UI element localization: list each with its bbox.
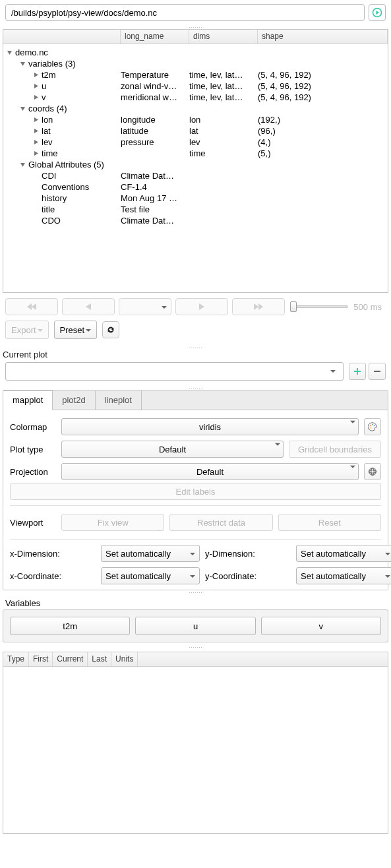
column-header-dims[interactable]: dims [189, 30, 258, 44]
restrict-data-button[interactable]: Restrict data [169, 514, 272, 531]
column-header[interactable]: Last [88, 652, 111, 666]
tree-row[interactable]: CDO Climate Dat… [3, 215, 388, 226]
variables-label: Variables [3, 597, 388, 609]
column-header-name[interactable] [3, 30, 121, 44]
plot-type-label: Plot type [10, 445, 56, 454]
y-coordinate-label: y-Coordinate: [205, 571, 291, 581]
plus-icon [353, 367, 362, 376]
tab-plot2d[interactable]: plot2d [53, 390, 95, 410]
file-path-input[interactable] [5, 4, 365, 21]
interval-label: 500 ms [348, 302, 382, 312]
palette-icon [368, 422, 377, 431]
step-forward-button[interactable] [175, 298, 228, 315]
play-file-button[interactable] [369, 4, 386, 21]
next-icon [198, 303, 206, 311]
current-plot-select[interactable] [5, 362, 344, 381]
variable-button-v[interactable]: v [261, 617, 381, 635]
plot-type-value: Default [159, 445, 186, 454]
column-header[interactable]: Current [53, 652, 88, 666]
x-dimension-label: x-Dimension: [10, 549, 96, 559]
tree-row[interactable]: CDI Climate Dat… [3, 170, 388, 181]
remove-plot-button[interactable] [369, 363, 386, 380]
projection-globe-button[interactable] [364, 463, 381, 480]
tree-row[interactable]: u zonal wind-v… time, lev, lat… (5, 4, 9… [3, 80, 388, 92]
svg-point-2 [371, 425, 372, 426]
tree-row[interactable]: demo.nc [3, 47, 388, 58]
add-plot-button[interactable] [349, 363, 366, 380]
tree-row[interactable]: variables (3) [3, 58, 388, 69]
tab-lineplot[interactable]: lineplot [96, 390, 142, 410]
x-coordinate-label: x-Coordinate: [10, 571, 96, 581]
refresh-button[interactable] [102, 321, 119, 338]
svg-point-5 [371, 427, 372, 429]
tab-mapplot[interactable]: mapplot [3, 390, 53, 410]
colormap-value: viridis [199, 422, 221, 432]
svg-point-3 [372, 424, 373, 425]
tree-row[interactable]: title Test file [3, 204, 388, 215]
minus-icon [373, 367, 382, 376]
svg-rect-1 [374, 371, 380, 372]
step-forward-fast-button[interactable] [232, 298, 285, 315]
variables-box: t2muv [3, 609, 388, 642]
svg-point-7 [369, 470, 376, 473]
rewind-icon [26, 303, 38, 311]
plot-type-select[interactable]: Default [61, 441, 284, 458]
column-header-long-name[interactable]: long_name [121, 30, 189, 44]
prev-icon [84, 303, 92, 311]
column-header[interactable]: Type [3, 652, 29, 666]
resize-handle[interactable] [0, 590, 391, 594]
variable-button-t2m[interactable]: t2m [10, 617, 130, 635]
svg-point-6 [369, 468, 376, 476]
dimension-info-table: TypeFirstCurrentLastUnits [3, 652, 388, 834]
fix-view-button[interactable]: Fix view [61, 514, 164, 531]
tree-row[interactable]: history Mon Aug 17 … [3, 193, 388, 204]
edit-labels-button[interactable]: Edit labels [10, 483, 381, 500]
projection-value: Default [196, 467, 224, 477]
column-header-shape[interactable]: shape [258, 30, 388, 44]
preset-button[interactable]: Preset [54, 321, 98, 339]
svg-point-4 [374, 425, 375, 426]
y-coordinate-select[interactable]: Set automatically [296, 567, 391, 584]
y-dimension-label: y-Dimension: [205, 549, 291, 559]
y-dimension-select[interactable]: Set automatically [296, 545, 391, 562]
x-dimension-select[interactable]: Set automatically [101, 545, 200, 562]
column-header[interactable]: First [29, 652, 53, 666]
colormap-select[interactable]: viridis [61, 418, 359, 435]
colormap-label: Colormap [10, 422, 56, 432]
tree-row[interactable]: lon longitude lon (192,) [3, 114, 388, 125]
export-button[interactable]: Export [5, 321, 49, 339]
gridcell-boundaries-button[interactable]: Gridcell boundaries [289, 441, 381, 458]
variable-button-u[interactable]: u [135, 617, 255, 635]
refresh-icon [106, 325, 115, 334]
resize-handle[interactable] [0, 645, 391, 649]
projection-label: Projection [10, 467, 56, 477]
svg-point-8 [371, 468, 374, 476]
tree-row[interactable]: Global Attributes (5) [3, 159, 388, 170]
tree-row[interactable]: time time (5,) [3, 148, 388, 159]
play-circle-icon [372, 7, 382, 18]
step-back-fast-button[interactable] [5, 298, 58, 315]
globe-icon [368, 467, 377, 476]
viewport-label: Viewport [10, 518, 56, 528]
dataset-tree: long_name dims shape demo.nc variables (… [3, 29, 388, 293]
tree-header: long_name dims shape [3, 30, 388, 44]
tree-row[interactable]: Conventions CF-1.4 [3, 181, 388, 193]
preset-label: Preset [60, 325, 85, 335]
tree-row[interactable]: coords (4) [3, 103, 388, 114]
column-header[interactable]: Units [111, 652, 138, 666]
fast-forward-icon [253, 303, 264, 311]
export-label: Export [11, 325, 36, 335]
projection-select[interactable]: Default [61, 463, 359, 480]
x-coordinate-select[interactable]: Set automatically [101, 567, 200, 584]
tree-row[interactable]: lev pressure lev (4,) [3, 137, 388, 148]
tree-row[interactable]: t2m Temperature time, lev, lat… (5, 4, 9… [3, 69, 388, 80]
tree-row[interactable]: v meridional w… time, lev, lat… (5, 4, 9… [3, 92, 388, 103]
frame-select[interactable] [119, 298, 171, 315]
current-plot-label: Current plot [0, 350, 391, 362]
plot-type-tabs: mapplot plot2d lineplot [3, 390, 388, 410]
colormap-editor-button[interactable] [364, 418, 381, 435]
tree-row[interactable]: lat latitude lat (96,) [3, 125, 388, 137]
reset-view-button[interactable]: Reset [278, 514, 381, 531]
step-back-button[interactable] [62, 298, 115, 315]
animation-speed-slider[interactable] [293, 305, 348, 308]
